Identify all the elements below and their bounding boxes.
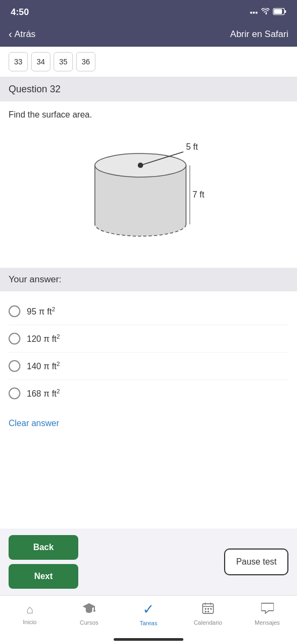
page-tab-35[interactable]: 35	[54, 52, 73, 71]
option-b[interactable]: 120 π ft2	[9, 325, 288, 353]
battery-icon	[273, 8, 286, 17]
back-button[interactable]: ‹ Atrás	[9, 28, 35, 40]
option-a[interactable]: 95 π ft2	[9, 298, 288, 325]
clear-answer-button[interactable]: Clear answer	[9, 419, 59, 428]
question-header: Question 32	[0, 77, 297, 101]
nav-item-cursos[interactable]: Cursos	[68, 602, 110, 626]
open-safari-button[interactable]: Abrir en Safari	[230, 29, 288, 40]
answer-header: Your answer:	[0, 268, 297, 291]
nav-item-inicio[interactable]: ⌂ Inicio	[8, 603, 51, 625]
question-instruction: Find the surface area.	[9, 110, 288, 120]
option-c-text: 140 π ft2	[27, 361, 60, 371]
page-tabs: 33 34 35 36	[0, 47, 297, 77]
svg-rect-22	[210, 608, 212, 610]
question-body: Find the surface area. 5 ft 7 f	[0, 101, 297, 268]
page-tab-34[interactable]: 34	[31, 52, 50, 71]
svg-text:5 ft: 5 ft	[186, 142, 198, 151]
back-button[interactable]: Back	[9, 535, 78, 560]
radio-d[interactable]	[9, 387, 20, 399]
svg-rect-2	[285, 10, 286, 13]
home-icon: ⌂	[26, 603, 33, 617]
cylinder-diagram: 5 ft 7 ft	[79, 136, 218, 243]
pause-test-button[interactable]: Pause test	[224, 548, 288, 575]
home-indicator	[0, 638, 297, 644]
signal-icon: ▪▪▪	[250, 8, 258, 17]
answer-options: 95 π ft2 120 π ft2 140 π ft2 168 π ft2	[0, 291, 297, 413]
option-d[interactable]: 168 π ft2	[9, 380, 288, 407]
svg-rect-21	[207, 608, 209, 610]
status-icons: ▪▪▪	[250, 8, 286, 17]
svg-rect-1	[274, 9, 282, 14]
chat-icon	[261, 602, 274, 617]
option-a-text: 95 π ft2	[27, 306, 55, 317]
nav-item-mensajes[interactable]: Mensajes	[246, 602, 289, 626]
svg-rect-20	[205, 608, 206, 610]
svg-rect-23	[205, 611, 206, 612]
clear-answer-section: Clear answer	[0, 413, 297, 437]
diagram-container: 5 ft 7 ft	[9, 130, 288, 259]
option-d-text: 168 π ft2	[27, 388, 60, 399]
bottom-nav: ⌂ Inicio Cursos ✓ Tareas	[0, 595, 297, 638]
nav-label-inicio: Inicio	[23, 619, 37, 625]
option-b-text: 120 π ft2	[27, 333, 60, 344]
wifi-icon	[261, 8, 270, 17]
nav-label-cursos: Cursos	[80, 619, 99, 626]
page-tab-33[interactable]: 33	[9, 52, 28, 71]
buttons-row: Back Next Pause test	[0, 529, 297, 595]
svg-rect-24	[207, 611, 209, 612]
nav-label-mensajes: Mensajes	[255, 619, 280, 626]
option-c[interactable]: 140 π ft2	[9, 353, 288, 380]
status-time: 4:50	[11, 7, 29, 18]
nav-item-calendario[interactable]: Calendario	[187, 602, 229, 626]
nav-bar: ‹ Atrás Abrir en Safari	[0, 24, 297, 47]
calendar-icon	[202, 602, 214, 617]
checkmark-icon: ✓	[143, 601, 154, 618]
radio-b[interactable]	[9, 333, 20, 345]
graduation-icon	[83, 602, 95, 617]
back-label: Atrás	[14, 29, 36, 40]
nav-label-calendario: Calendario	[194, 619, 222, 626]
svg-point-15	[93, 610, 95, 612]
nav-label-tareas: Tareas	[139, 620, 157, 626]
home-bar	[114, 638, 183, 641]
svg-text:7 ft: 7 ft	[192, 190, 205, 199]
page-tab-36[interactable]: 36	[76, 52, 95, 71]
status-bar: 4:50 ▪▪▪	[0, 0, 297, 24]
radio-c[interactable]	[9, 360, 20, 372]
nav-item-tareas[interactable]: ✓ Tareas	[127, 601, 170, 626]
main-content: Question 32 Find the surface area.	[0, 77, 297, 529]
radio-a[interactable]	[9, 305, 20, 317]
chevron-left-icon: ‹	[9, 28, 12, 40]
left-buttons: Back Next	[9, 535, 78, 589]
next-button[interactable]: Next	[9, 564, 78, 589]
